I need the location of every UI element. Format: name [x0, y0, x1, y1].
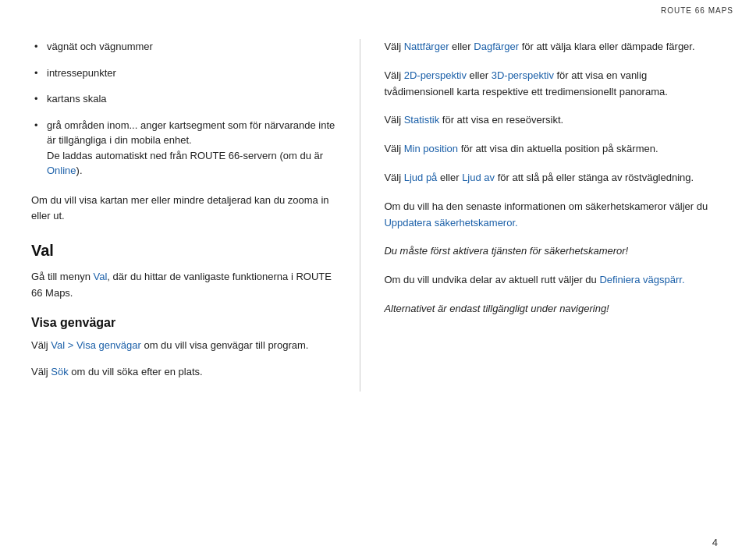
2d-link[interactable]: 2D-perspektiv	[404, 69, 467, 81]
brand-title: ROUTE 66 MAPS	[661, 6, 733, 15]
p5-1: Välj	[384, 172, 403, 183]
p3-1: Välj	[384, 114, 403, 126]
p1-3: för att välja klara eller dämpade färger…	[519, 41, 694, 52]
uppdatera-link[interactable]: Uppdatera säkerhetskameror.	[384, 217, 517, 229]
de-laddas-text: De laddas automatiskt ned från ROUTE 66-…	[47, 150, 323, 161]
3d-link[interactable]: 3D-perspektiv	[492, 69, 554, 81]
definiera-link[interactable]: Definiera vägspärr.	[599, 274, 684, 285]
sok-p1: Välj	[31, 366, 51, 377]
natt-dag-paragraph: Välj Nattfärger eller Dagfärger för att …	[384, 39, 718, 55]
left-column: vägnät och vägnummer intressepunkter kar…	[31, 39, 360, 392]
du-maste-paragraph: Du måste först aktivera tjänsten för säk…	[384, 243, 718, 260]
val-link[interactable]: Val	[93, 271, 107, 282]
visa-genvaegar-link[interactable]: Val > Visa genvägar	[51, 339, 141, 351]
zoom-paragraph: Om du vill visa kartan mer eller mindre …	[31, 193, 336, 225]
ljud-pa-link[interactable]: Ljud på	[404, 172, 438, 183]
visa-genvaegar-p1-2: om du vill visa genvägar till program.	[141, 339, 309, 351]
bullet-list: vägnät och vägnummer intressepunkter kar…	[31, 39, 336, 179]
right-column: Välj Nattfärger eller Dagfärger för att …	[360, 39, 718, 392]
sok-paragraph: Välj Sök om du vill söka efter en plats.	[31, 364, 336, 381]
p3-2: för att visa en reseöversikt.	[439, 114, 563, 126]
p2-2: eller	[467, 69, 492, 81]
gray-areas-text: grå områden inom... anger kartsegment so…	[47, 119, 335, 147]
visa-genvaegar-p1-1: Välj	[31, 339, 51, 351]
dagfarger-link[interactable]: Dagfärger	[474, 41, 519, 52]
sok-p2: om du vill söka efter en plats.	[69, 366, 203, 377]
list-item: grå områden inom... anger kartsegment so…	[31, 118, 336, 179]
visa-genvaegar-heading: Visa genvägar	[31, 316, 336, 330]
p4-2: för att visa din aktuella position på sk…	[458, 143, 658, 154]
page-number: 4	[712, 537, 718, 548]
alternativet-paragraph: Alternativet är endast tillgängligt unde…	[384, 301, 718, 317]
p6-1: Om du vill ha den senaste informationen …	[384, 200, 708, 212]
p2-1: Välj	[384, 69, 403, 81]
p8-1: Om du vill undvika delar av aktuell rutt…	[384, 274, 599, 285]
online-link[interactable]: Online	[47, 165, 76, 176]
list-item: vägnät och vägnummer	[31, 39, 336, 55]
perspective-paragraph: Välj 2D-perspektiv eller 3D-perspektiv f…	[384, 68, 718, 101]
min-position-paragraph: Välj Min position för att visa din aktue…	[384, 141, 718, 158]
visa-genvaegar-p1: Välj Val > Visa genvägar om du vill visa…	[31, 338, 336, 354]
p5-3: för att slå på eller stänga av röstvägle…	[495, 172, 694, 183]
p5-2: eller	[437, 172, 462, 183]
uppdatera-paragraph: Om du vill ha den senaste informationen …	[384, 199, 718, 232]
min-position-link[interactable]: Min position	[404, 143, 458, 154]
val-heading: Val	[31, 242, 336, 260]
list-item: intressepunkter	[31, 66, 336, 81]
ljud-paragraph: Välj Ljud på eller Ljud av för att slå p…	[384, 170, 718, 186]
p1-2: eller	[449, 41, 474, 52]
p1-1: Välj	[384, 41, 403, 52]
statistik-link[interactable]: Statistik	[404, 114, 440, 126]
nattfarger-link[interactable]: Nattfärger	[404, 41, 449, 52]
statistik-paragraph: Välj Statistik för att visa en reseövers…	[384, 112, 718, 129]
p4-1: Välj	[384, 143, 403, 154]
val-p1: Gå till menyn	[31, 271, 93, 282]
ljud-av-link[interactable]: Ljud av	[462, 172, 495, 183]
sok-link[interactable]: Sök	[51, 366, 68, 377]
definiera-paragraph: Om du vill undvika delar av aktuell rutt…	[384, 272, 718, 289]
de-laddas-end: ).	[76, 165, 83, 176]
list-item: kartans skala	[31, 91, 336, 107]
val-paragraph: Gå till menyn Val, där du hittar de vanl…	[31, 269, 336, 302]
